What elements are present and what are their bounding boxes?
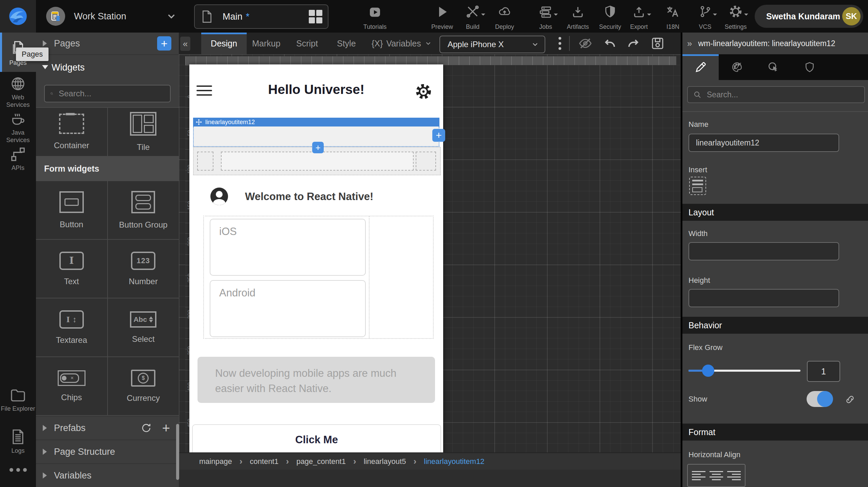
project-name[interactable]: Work Station [74, 11, 126, 22]
layout-cell[interactable] [221, 152, 414, 171]
hide-widgets-icon[interactable] [578, 37, 593, 50]
widget-search[interactable] [44, 85, 171, 102]
layout-cell[interactable] [416, 152, 436, 171]
i18n-button[interactable]: I18N [654, 3, 692, 31]
android-box[interactable]: Android [210, 280, 366, 337]
layout-section-header[interactable]: Layout [682, 204, 868, 221]
wavemaker-logo[interactable] [0, 0, 36, 33]
tab-styles[interactable] [719, 54, 755, 80]
ios-box[interactable]: iOS [210, 219, 366, 276]
property-search[interactable] [687, 86, 865, 103]
device-selector[interactable]: Apple iPhone X [439, 36, 545, 53]
sidebar-item-web-services[interactable]: Web Services [0, 76, 36, 109]
button-icon [59, 191, 84, 213]
left-rail: Pages Web Services Java Services APIs Fi… [0, 33, 36, 487]
prefabs-section-header[interactable]: Prefabs + [36, 416, 179, 440]
collapse-left-panel-button[interactable]: « [180, 37, 190, 51]
flex-grow-slider[interactable] [688, 370, 800, 372]
bind-link-icon[interactable] [845, 394, 855, 405]
widget-container[interactable]: Container [36, 108, 107, 156]
toolbar-divider [569, 36, 570, 51]
breadcrumb-item[interactable]: page_content1 [296, 457, 346, 466]
tab-variables[interactable]: {X} Variables [369, 33, 435, 54]
app-gear-icon[interactable] [415, 83, 432, 100]
panel-scrollbar[interactable] [176, 424, 179, 480]
name-field[interactable] [688, 134, 839, 152]
tab-security[interactable] [791, 54, 828, 80]
widget-text[interactable]: I Text [36, 240, 107, 298]
widget-tile[interactable]: Tile [108, 108, 179, 156]
tab-style[interactable]: Style [334, 33, 359, 54]
platform-container[interactable]: iOS Android [203, 216, 434, 339]
breadcrumb-separator: › [240, 456, 243, 467]
tab-script[interactable]: Script [294, 33, 321, 54]
breadcrumb-item[interactable]: linearlayout5 [364, 457, 406, 466]
align-left-button[interactable] [692, 471, 705, 480]
user-menu[interactable]: Swetha Kundaram SK [755, 5, 863, 28]
sidebar-item-logs[interactable]: Logs [0, 429, 36, 454]
variables-section-header[interactable]: Variables [36, 463, 179, 487]
tutorials-button[interactable]: Tutorials [356, 3, 394, 31]
slider-thumb[interactable] [702, 365, 714, 377]
tab-markup[interactable]: Markup [249, 33, 283, 54]
layout-cell[interactable] [197, 152, 213, 171]
add-prefab-button[interactable]: + [162, 421, 170, 435]
phone-preview: Hello Universe! linearlayoutitem12 + [189, 64, 443, 470]
open-page-tab[interactable]: Main * [194, 4, 328, 29]
selection-label: linearlayoutitem12 [205, 119, 255, 126]
artifacts-button[interactable]: Artifacts [559, 3, 597, 31]
tab-properties[interactable] [682, 54, 719, 80]
refresh-icon[interactable] [141, 423, 152, 433]
pages-section-header[interactable]: Pages + [36, 33, 179, 55]
tab-inspect[interactable] [755, 54, 791, 80]
widget-search-input[interactable] [58, 89, 165, 99]
widget-button[interactable]: Button [36, 181, 107, 239]
widget-button-group[interactable]: Button Group [108, 181, 179, 239]
sidebar-item-file-explorer[interactable]: File Explorer [0, 388, 36, 412]
breadcrumb-item[interactable]: content1 [250, 457, 278, 466]
behavior-section-header[interactable]: Behavior [682, 317, 868, 334]
widget-number[interactable]: 123 Number [108, 240, 179, 298]
breadcrumb-item-active[interactable]: linearlayoutitem12 [424, 457, 485, 466]
more-actions-button[interactable] [555, 37, 565, 50]
sidebar-item-java-services[interactable]: Java Services [0, 111, 36, 144]
widget-currency[interactable]: $ Currency [108, 357, 179, 415]
add-widget-below-button[interactable]: + [312, 142, 324, 153]
page-structure-section-header[interactable]: Page Structure [36, 440, 179, 463]
selection-header[interactable]: linearlayoutitem12 [193, 118, 439, 126]
move-icon[interactable] [196, 119, 202, 125]
unsaved-indicator: * [246, 12, 250, 22]
deploy-button[interactable]: Deploy [486, 3, 523, 31]
expand-panel-button[interactable]: » [687, 38, 692, 49]
project-chevron-down-icon[interactable] [166, 11, 177, 22]
breadcrumb-item[interactable]: mainpage [199, 457, 232, 466]
align-right-button[interactable] [727, 471, 741, 480]
widget-select[interactable]: Abc Select [108, 298, 179, 356]
export-button[interactable]: Export [620, 3, 658, 31]
more-options-button[interactable] [0, 468, 36, 472]
dashboard-grid-icon[interactable] [309, 10, 322, 23]
add-widget-right-button[interactable]: + [432, 129, 445, 142]
jobs-button[interactable]: Jobs [527, 3, 564, 31]
click-me-button[interactable]: Click Me [192, 424, 441, 455]
show-toggle[interactable] [807, 391, 832, 407]
widget-chips[interactable]: × Chips [36, 357, 107, 415]
format-section-header[interactable]: Format [682, 424, 868, 441]
property-search-input[interactable] [706, 90, 859, 100]
tab-design[interactable]: Design [201, 33, 247, 54]
width-field[interactable] [688, 242, 839, 260]
undo-icon[interactable] [602, 37, 617, 50]
settings-button[interactable]: Settings [717, 3, 754, 31]
widgets-section-header[interactable]: Widgets [36, 55, 179, 80]
insert-linearlayout-button[interactable] [689, 177, 706, 195]
widget-textarea[interactable]: I↕ Textarea [36, 298, 107, 356]
save-icon[interactable] [650, 37, 665, 50]
align-center-button[interactable] [710, 471, 723, 480]
redo-icon[interactable] [626, 37, 641, 50]
expanded-arrow-icon [42, 65, 48, 72]
add-page-button[interactable]: + [157, 36, 171, 51]
shield-icon [804, 61, 815, 73]
sidebar-item-apis[interactable]: APIs [0, 147, 36, 172]
height-field[interactable] [688, 289, 839, 307]
flex-grow-value[interactable]: 1 [807, 361, 840, 382]
